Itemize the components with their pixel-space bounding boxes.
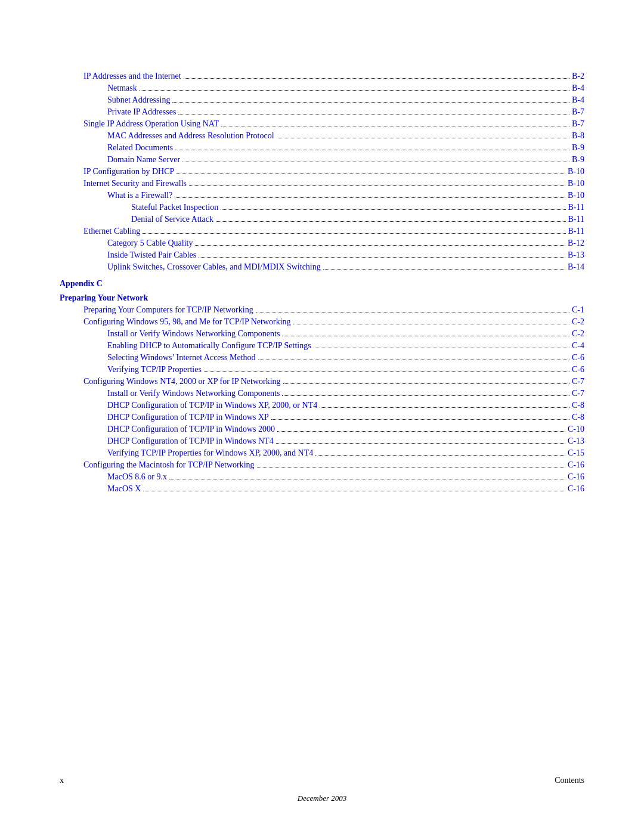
toc-section-b: IP Addresses and the Internet B-2 Netmas… bbox=[60, 72, 584, 272]
toc-entry[interactable]: Related Documents B-9 bbox=[60, 143, 584, 153]
toc-entry[interactable]: DHCP Configuration of TCP/IP in Windows … bbox=[60, 425, 584, 434]
toc-entry[interactable]: DHCP Configuration of TCP/IP in Windows … bbox=[60, 401, 584, 410]
toc-entry[interactable]: MAC Addresses and Address Resolution Pro… bbox=[60, 131, 584, 141]
toc-entry[interactable]: Denial of Service Attack B-11 bbox=[60, 215, 584, 224]
toc-section-c: Preparing Your Computers for TCP/IP Netw… bbox=[60, 305, 584, 494]
toc-entry[interactable]: Configuring the Macintosh for TCP/IP Net… bbox=[60, 460, 584, 470]
toc-entry[interactable]: Inside Twisted Pair Cables B-13 bbox=[60, 250, 584, 260]
toc-entry[interactable]: IP Addresses and the Internet B-2 bbox=[60, 72, 584, 81]
toc-entry[interactable]: Private IP Addresses B-7 bbox=[60, 107, 584, 117]
toc-entry[interactable]: Netmask B-4 bbox=[60, 83, 584, 93]
footer-date: December 2003 bbox=[0, 794, 644, 803]
toc-entry[interactable]: Uplink Switches, Crossover Cables, and M… bbox=[60, 262, 584, 272]
appendix-c-title: Preparing Your Network bbox=[60, 293, 584, 303]
toc-entry[interactable]: Single IP Address Operation Using NAT B-… bbox=[60, 119, 584, 129]
appendix-c-label: Appendix C bbox=[60, 279, 584, 289]
toc-entry[interactable]: Preparing Your Computers for TCP/IP Netw… bbox=[60, 305, 584, 315]
toc-entry[interactable]: MacOS X C-16 bbox=[60, 484, 584, 494]
toc-entry[interactable]: Stateful Packet Inspection B-11 bbox=[60, 203, 584, 212]
toc-entry[interactable]: Verifying TCP/IP Properties C-6 bbox=[60, 365, 584, 374]
toc-entry[interactable]: Configuring Windows 95, 98, and Me for T… bbox=[60, 317, 584, 327]
toc-entry[interactable]: Enabling DHCP to Automatically Configure… bbox=[60, 341, 584, 351]
toc-entry[interactable]: Install or Verify Windows Networking Com… bbox=[60, 389, 584, 398]
footer-page-number: x bbox=[60, 776, 64, 785]
toc-entry[interactable]: DHCP Configuration of TCP/IP in Windows … bbox=[60, 413, 584, 422]
toc-entry[interactable]: IP Configuration by DHCP B-10 bbox=[60, 167, 584, 176]
toc-entry[interactable]: Verifying TCP/IP Properties for Windows … bbox=[60, 448, 584, 458]
toc-entry[interactable]: Install or Verify Windows Networking Com… bbox=[60, 329, 584, 339]
toc-entry[interactable]: Ethernet Cabling B-11 bbox=[60, 227, 584, 236]
footer: x Contents bbox=[60, 776, 584, 785]
toc-entry[interactable]: DHCP Configuration of TCP/IP in Windows … bbox=[60, 436, 584, 446]
toc-entry[interactable]: Internet Security and Firewalls B-10 bbox=[60, 179, 584, 188]
toc-entry[interactable]: Selecting Windows’ Internet Access Metho… bbox=[60, 353, 584, 363]
page-container: IP Addresses and the Internet B-2 Netmas… bbox=[0, 0, 644, 833]
toc-entry[interactable]: Domain Name Server B-9 bbox=[60, 155, 584, 165]
toc-entry[interactable]: MacOS 8.6 or 9.x C-16 bbox=[60, 472, 584, 482]
toc-entry[interactable]: Category 5 Cable Quality B-12 bbox=[60, 239, 584, 248]
toc-entry[interactable]: What is a Firewall? B-10 bbox=[60, 191, 584, 200]
toc-entry[interactable]: Subnet Addressing B-4 bbox=[60, 95, 584, 105]
appendix-c-heading: Appendix C Preparing Your Network bbox=[60, 279, 584, 303]
footer-section-label: Contents bbox=[555, 776, 584, 785]
toc-entry[interactable]: Configuring Windows NT4, 2000 or XP for … bbox=[60, 377, 584, 386]
